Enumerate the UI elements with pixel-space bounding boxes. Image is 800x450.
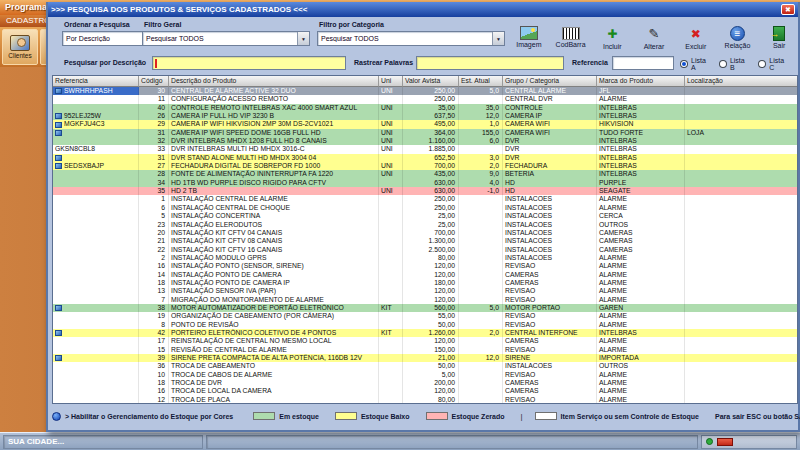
cell: 12 — [139, 396, 169, 403]
table-row[interactable]: 36TROCA DE CABEAMENTO50,00INSTALACOESOUT… — [53, 362, 797, 370]
stock-color-toggle[interactable]: > Habilitar o Gerenciamento do Estoque p… — [52, 412, 233, 421]
column-header[interactable]: Código — [139, 76, 169, 87]
table-row[interactable]: MGKFJU4C329CAMERA IP WIFI HIKVISION 2MP … — [53, 120, 797, 128]
table-row[interactable]: 34HD 1TB WD PURPLE DISCO RIGIDO PARA CFT… — [53, 179, 797, 187]
imagem-button[interactable]: Imagem — [508, 17, 550, 57]
table-row[interactable]: 35HD 2 TBUNI630,00-1,0HDSEAGATE — [53, 187, 797, 195]
cell — [379, 204, 403, 212]
column-header[interactable]: Descrição do Produto — [169, 76, 379, 87]
table-row[interactable]: 31CAMERA IP WIFI SPEED DOME 16GB FULL HD… — [53, 129, 797, 137]
table-row[interactable]: 19ORGANIZAÇÃO DE CABEAMENTO (POR CÂMERA)… — [53, 312, 797, 320]
table-row[interactable]: 20INSTALAÇÃO KIT CFTV 04 CANAIS700,00INS… — [53, 229, 797, 237]
table-row[interactable]: 18INSTALAÇÃO PONTO DE CAMERA IP180,00CAM… — [53, 279, 797, 287]
track-words-input[interactable] — [416, 56, 564, 70]
status-bar: SUA CIDADE... — [0, 432, 800, 450]
clientes-button[interactable]: Clientes — [2, 29, 38, 65]
cell: 5,0 — [459, 87, 503, 95]
table-row[interactable]: 16TROCA DE LOCAL DA CAMERA120,00CAMERASA… — [53, 387, 797, 395]
table-row[interactable]: 39SIRENE PRETA COMPACTA DE ALTA POTÊNCIA… — [53, 354, 797, 362]
cell — [379, 246, 403, 254]
codbarra-button[interactable]: CodBarra — [550, 17, 592, 57]
products-table: ReferenciaCódigoDescrição do ProdutoUniV… — [52, 75, 798, 404]
cell — [685, 204, 797, 212]
sair-button[interactable]: Sair — [758, 17, 800, 57]
cell: MOTOR PORTAO — [503, 304, 597, 312]
table-row[interactable]: 5INSTALAÇÃO CONCERTINA25,00INSTALACOESCE… — [53, 212, 797, 220]
table-row[interactable]: 6INSTALAÇÃO CENTRAL DE CHOQUE250,00INSTA… — [53, 204, 797, 212]
radio-lista-c[interactable]: Lista C — [758, 57, 791, 71]
cell — [53, 254, 139, 262]
table-row[interactable]: 7MIGRAÇÃO DO MONITORAMENTO DE ALARME120,… — [53, 296, 797, 304]
cell — [53, 95, 139, 103]
table-row[interactable]: 18TROCA DE DVR200,00CAMERASALARME — [53, 379, 797, 387]
cell — [53, 246, 139, 254]
column-header[interactable]: Uni — [379, 76, 403, 87]
cell: 22 — [139, 246, 169, 254]
table-row[interactable]: 2INSTALAÇÃO MODULO GPRS80,00INSTALACOESA… — [53, 254, 797, 262]
cell — [379, 296, 403, 304]
search-description-input[interactable] — [152, 56, 346, 70]
table-row[interactable]: 28FONTE DE ALIMENTAÇÃO ININTERRUPTA FA 1… — [53, 170, 797, 178]
delete-icon — [691, 24, 701, 42]
chevron-down-icon[interactable]: ▼ — [297, 32, 309, 45]
table-row[interactable]: 1INSTALAÇÃO CENTRAL DE ALARME250,00INSTA… — [53, 195, 797, 203]
column-header[interactable]: Grupo / Categoria — [503, 76, 597, 87]
dialog-titlebar[interactable]: >>> PESQUISA DOS PRODUTOS & SERVIÇOS CAD… — [48, 2, 798, 17]
radio-lista-a[interactable]: Lista A — [680, 57, 712, 71]
cell: ALARME — [597, 204, 685, 212]
cell: INTELBRAS — [597, 137, 685, 145]
radio-lista-b[interactable]: Lista B — [719, 57, 751, 71]
table-row[interactable]: 952LEJ25W26CAMERA IP FULL HD VIP 3230 B6… — [53, 112, 797, 120]
column-header[interactable]: Valor Avista — [403, 76, 459, 87]
table-row[interactable]: 12TROCA DE PLACA80,00REVISAOALARME — [53, 396, 797, 403]
table-row[interactable]: 23INSTALAÇÃO ELERODUTOS25,00INSTALACOESO… — [53, 221, 797, 229]
table-row[interactable]: 14INSTALAÇÃO PONTO DE CAMERA120,00CAMERA… — [53, 271, 797, 279]
column-header[interactable]: Referencia — [53, 76, 139, 87]
column-header[interactable]: Localização — [685, 76, 797, 87]
cell: 700,00 — [403, 229, 459, 237]
cell: 5,00 — [403, 371, 459, 379]
cell: INSTALAÇÃO PONTO (SENSOR, SIRENE) — [169, 262, 379, 270]
general-filter-select[interactable]: Pesquisar TODOS ▼ — [142, 31, 310, 46]
cell — [459, 237, 503, 245]
cell: INSTALAÇÃO CONCERTINA — [169, 212, 379, 220]
table-row[interactable]: GKSN8CBL833DVR INTELBRAS MULTI HD MHDX 3… — [53, 145, 797, 153]
table-row[interactable]: 32DVR INTELBRAS MHDX 1208 FULL HD 8 CANA… — [53, 137, 797, 145]
cell: ALARME — [597, 387, 685, 395]
cell: DVR STAND ALONE MULTI HD MHDX 3004 04 — [169, 154, 379, 162]
table-row[interactable]: 10TROCA DE CABOS DE ALARME5,00REVISAOALA… — [53, 371, 797, 379]
reference-input[interactable] — [612, 56, 674, 70]
table-row[interactable]: 38MOTOR AUTOMATIZADOR DE PORTÃO ELETRÔNI… — [53, 304, 797, 312]
cell: UNI — [379, 170, 403, 178]
table-row[interactable]: 8PONTO DE REVISÃO50,00REVISAOALARME — [53, 321, 797, 329]
table-row[interactable]: 40CONTROLE REMOTO INTELBRAS XAC 4000 SMA… — [53, 104, 797, 112]
table-row[interactable]: 11CONFIGURAÇÃO ACESSO REMOTO250,00CENTRA… — [53, 95, 797, 103]
close-icon[interactable]: ✖ — [781, 4, 795, 15]
table-row[interactable]: 16INSTALAÇÃO PONTO (SENSOR, SIRENE)120,0… — [53, 262, 797, 270]
table-row[interactable]: SWRHRHPASH30CENTRAL DE ALARME ACTIVE 32 … — [53, 87, 797, 95]
table-row[interactable]: 42PORTEIRO ELETRÔNICO COLETIVO DE 4 PONT… — [53, 329, 797, 337]
incluir-button[interactable]: Incluir — [591, 17, 633, 57]
table-row[interactable]: 21INSTALAÇÃO KIT CFTV 08 CANAIS1.300,00I… — [53, 237, 797, 245]
text-caret — [155, 59, 157, 68]
photo-icon — [55, 130, 62, 136]
table-row[interactable]: SEDSXBAJP27FECHADURA DIGITAL DE SOBREPOR… — [53, 162, 797, 170]
category-filter-select[interactable]: Pesquisar TODOS ▼ — [317, 31, 505, 46]
column-header[interactable]: Marca do Produto — [597, 76, 685, 87]
cell — [459, 95, 503, 103]
table-row[interactable]: 13INSTALAÇÃO SENSOR IVA (PAR)120,00REVIS… — [53, 287, 797, 295]
relacao-button[interactable]: Relação — [717, 17, 759, 57]
table-row[interactable]: 15REVISÃO DE CENTRAL DE ALARME150,00REVI… — [53, 346, 797, 354]
chevron-down-icon[interactable]: ▼ — [492, 32, 504, 45]
table-row[interactable]: 17REINSTALAÇÃO DE CENTRAL NO MESMO LOCAL… — [53, 337, 797, 345]
table-row[interactable]: 31DVR STAND ALONE MULTI HD MHDX 3004 046… — [53, 154, 797, 162]
cell: ALARME — [597, 337, 685, 345]
alterar-button[interactable]: Alterar — [633, 17, 675, 57]
category-filter-label: Filtro por Categoria — [319, 21, 384, 28]
cell: UNI — [379, 120, 403, 128]
cell — [459, 321, 503, 329]
table-row[interactable]: 22INSTALAÇÃO KIT CFTV 16 CANAIS2.500,00I… — [53, 246, 797, 254]
excluir-button[interactable]: Excluir — [675, 17, 717, 57]
column-header[interactable]: Est. Atual — [459, 76, 503, 87]
cell — [459, 221, 503, 229]
